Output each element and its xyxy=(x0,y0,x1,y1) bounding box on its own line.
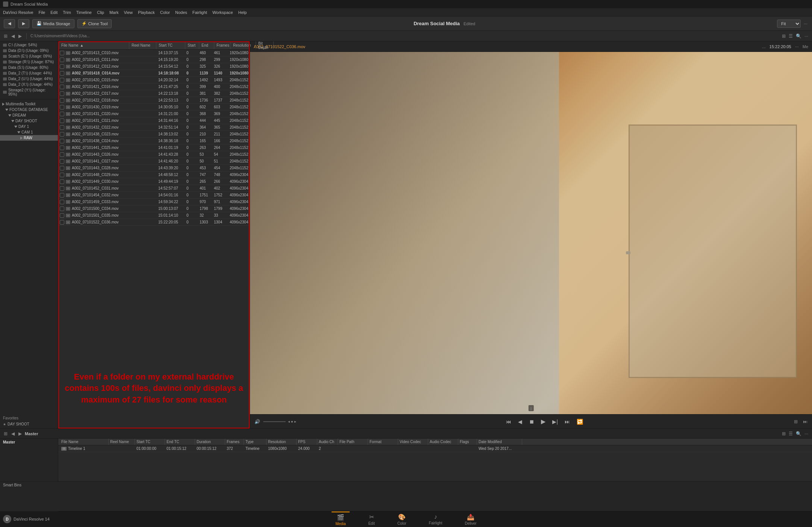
menu-davinci[interactable]: DaVinci Resolve xyxy=(3,10,33,15)
file-checkbox[interactable] xyxy=(60,159,64,164)
tree-day-shoot[interactable]: DAY SHOOT xyxy=(0,118,58,124)
bin-list-view[interactable]: ☰ xyxy=(788,430,794,437)
menu-mark[interactable]: Mark xyxy=(109,10,118,15)
file-checkbox[interactable] xyxy=(60,186,64,191)
file-row[interactable]: ▫ A002_07101500_C034.mov 15:00:13:07 0 1… xyxy=(58,205,250,212)
drive-item-t[interactable]: Data_2 (T:\) (Usage: 44%) xyxy=(0,70,58,76)
grid-view-button[interactable]: ⊞ xyxy=(781,33,786,39)
prev-frame-button[interactable]: ◀ xyxy=(517,418,524,425)
file-row[interactable]: ▫ A002_07101449_C030.mov 14:49:44:19 0 2… xyxy=(58,178,250,185)
file-checkbox[interactable] xyxy=(60,132,64,137)
fullscreen-button[interactable]: ⊞ xyxy=(793,418,798,425)
menu-file[interactable]: File xyxy=(39,10,45,15)
file-row[interactable]: ▫ A002_07101421_C016.mov 14:21:47:25 0 3… xyxy=(58,84,250,90)
col-header-resolution[interactable]: Resolution xyxy=(232,41,256,49)
drive-item-d[interactable]: Data (D:\) (Usage: 09%) xyxy=(0,48,58,53)
file-checkbox[interactable] xyxy=(60,166,64,170)
menu-clip[interactable]: Clip xyxy=(97,10,104,15)
col-header-bit[interactable]: Bit Depth xyxy=(257,41,274,49)
file-row[interactable]: ▫ A002_07101431_C021.mov 14:31:44:16 0 4… xyxy=(58,117,250,124)
bin-options[interactable]: ··· xyxy=(804,430,809,437)
drive-item-r[interactable]: Storage (R:\) (Usage: 87%) xyxy=(0,59,58,65)
file-checkbox[interactable] xyxy=(60,118,64,123)
file-checkbox[interactable] xyxy=(60,200,64,204)
nav-next-button[interactable]: ▶ xyxy=(18,33,23,39)
file-checkbox[interactable] xyxy=(60,179,64,184)
file-row[interactable]: ▫ A002_07101432_C022.mov 14:32:51:14 0 3… xyxy=(58,124,250,131)
menu-view[interactable]: View xyxy=(124,10,133,15)
more-options-button[interactable]: ··· xyxy=(803,20,808,27)
file-checkbox[interactable] xyxy=(60,139,64,143)
list-view-button[interactable]: ☰ xyxy=(788,33,794,39)
file-row[interactable]: ▫ A002_07101459_C033.mov 14:59:34:22 0 9… xyxy=(58,199,250,205)
tree-cam1[interactable]: CAM 1 xyxy=(0,129,58,135)
panel-toggle-button[interactable]: ⊞ xyxy=(3,33,8,39)
skip-end-button[interactable]: ⏭ xyxy=(563,418,571,425)
bin-nav-prev[interactable]: ◀ xyxy=(11,430,15,437)
menu-nodes[interactable]: Nodes xyxy=(175,10,187,15)
file-checkbox[interactable] xyxy=(60,146,64,150)
drive-item-y[interactable]: Storage2 (Y:\) (Usage: 95%) xyxy=(0,87,58,97)
drive-item-c[interactable]: C:\ (Usage: 54%) xyxy=(0,42,58,48)
file-checkbox[interactable] xyxy=(60,112,64,116)
file-row[interactable]: ▫ A002_07101430_C019.mov 14:30:05:10 0 6… xyxy=(58,104,250,111)
tree-footage-db[interactable]: FOOTAGE DATABASE xyxy=(0,107,58,112)
file-checkbox[interactable] xyxy=(60,85,64,89)
tab-media[interactable]: 🎬 Media xyxy=(332,512,349,527)
file-row[interactable]: ▫ A002_07101418_C014.mov 14:18:18:08 0 1… xyxy=(58,70,250,77)
file-row[interactable]: ▫ A002_07101412_C012.mov 14:15:54:12 0 3… xyxy=(58,63,250,70)
clone-tool-button[interactable]: ⚡ Clone Tool xyxy=(77,19,112,28)
tree-raw[interactable]: RAW xyxy=(0,135,58,141)
file-checkbox[interactable] xyxy=(60,78,64,82)
file-checkbox[interactable] xyxy=(60,220,64,225)
tree-day1[interactable]: DAY 1 xyxy=(0,124,58,129)
media-storage-button[interactable]: 💾 Media Storage xyxy=(32,19,74,28)
file-checkbox[interactable] xyxy=(60,173,64,177)
audio-icon-button[interactable]: 🔊 xyxy=(254,418,261,425)
file-row[interactable]: ▫ A002_07101422_C018.mov 14:22:53:13 0 1… xyxy=(58,97,250,104)
favorites-day-shoot[interactable]: ★ DAY SHOOT xyxy=(3,421,55,427)
file-row[interactable]: ▫ A002_07101448_C029.mov 14:48:58:12 0 7… xyxy=(58,172,250,178)
file-row[interactable]: ▫ A002_07101422_C017.mov 14:22:13:18 0 3… xyxy=(58,90,250,97)
menu-workspace[interactable]: Workspace xyxy=(212,10,233,15)
bin-data-row[interactable]: ⊟ Timeline 1 01:00:00:00 01:00:15:12 00:… xyxy=(58,445,812,452)
drive-item-e[interactable]: Scatch (E:\) (Usage: 09%) xyxy=(0,53,58,59)
play-button[interactable]: ▶ xyxy=(539,417,547,426)
bin-grid-view[interactable]: ⊞ xyxy=(781,430,786,437)
col-header-filename[interactable]: File Name ▲ xyxy=(60,41,129,49)
file-checkbox[interactable] xyxy=(60,193,64,197)
fit-dropdown[interactable]: Fit 50% 100% xyxy=(777,20,801,28)
file-row[interactable]: ▫ A002_07101415_C011.mov 14:15:19:20 0 2… xyxy=(58,56,250,63)
more-button[interactable]: ··· xyxy=(804,33,809,39)
col-header-start[interactable]: Start xyxy=(186,41,199,49)
tab-fairlight[interactable]: ♪ Fairlight xyxy=(425,512,446,527)
file-checkbox[interactable] xyxy=(60,105,64,109)
skip-start-button[interactable]: ⏮ xyxy=(504,418,513,425)
snap-button[interactable]: ⏭ xyxy=(802,418,808,425)
tree-multimedia[interactable]: Multimedia Toolkit xyxy=(0,101,58,107)
drive-item-x[interactable]: Data_2 (X:\) (Usage: 44%) xyxy=(0,82,58,87)
col-header-end[interactable]: End xyxy=(200,41,214,49)
tab-edit[interactable]: ✂ Edit xyxy=(365,512,379,527)
tree-dream[interactable]: DREAM xyxy=(0,112,58,118)
menu-fairlight[interactable]: Fairlight xyxy=(192,10,207,15)
file-row[interactable]: ▫ A002_07101441_C027.mov 14:41:46:20 0 5… xyxy=(58,158,250,165)
next-frame-button[interactable]: ▶| xyxy=(551,418,559,425)
menu-help[interactable]: Help xyxy=(238,10,247,15)
file-row[interactable]: ▫ A002_07101443_C026.mov 14:41:43:28 0 5… xyxy=(58,151,250,158)
file-checkbox[interactable] xyxy=(60,98,64,103)
file-row[interactable]: ▫ A002_07101501_C035.mov 15:01:14:10 0 3… xyxy=(58,212,250,219)
file-checkbox[interactable] xyxy=(60,71,64,76)
file-checkbox[interactable] xyxy=(60,51,64,55)
file-row[interactable]: ▫ A002_07101522_C036.mov 15:22:20:05 0 1… xyxy=(58,219,250,226)
file-checkbox[interactable] xyxy=(60,152,64,157)
file-row[interactable]: ▫ A002_07101452_C031.mov 14:52:57:07 0 4… xyxy=(58,185,250,192)
nav-back-button[interactable]: ◀ xyxy=(4,19,15,28)
nav-prev-button[interactable]: ◀ xyxy=(11,33,15,39)
preview-menu-button[interactable]: ... xyxy=(761,43,767,50)
file-row[interactable]: ▫ A002_07101441_C025.mov 14:41:01:19 0 2… xyxy=(58,144,250,151)
file-row[interactable]: ▫ A002_07101431_C020.mov 14:31:21:00 0 3… xyxy=(58,111,250,117)
volume-slider[interactable] xyxy=(263,421,286,422)
col-header-reel[interactable]: Reel Name xyxy=(130,41,156,49)
file-row[interactable]: ▫ A002_07101438_C024.mov 14:38:36:18 0 1… xyxy=(58,138,250,144)
